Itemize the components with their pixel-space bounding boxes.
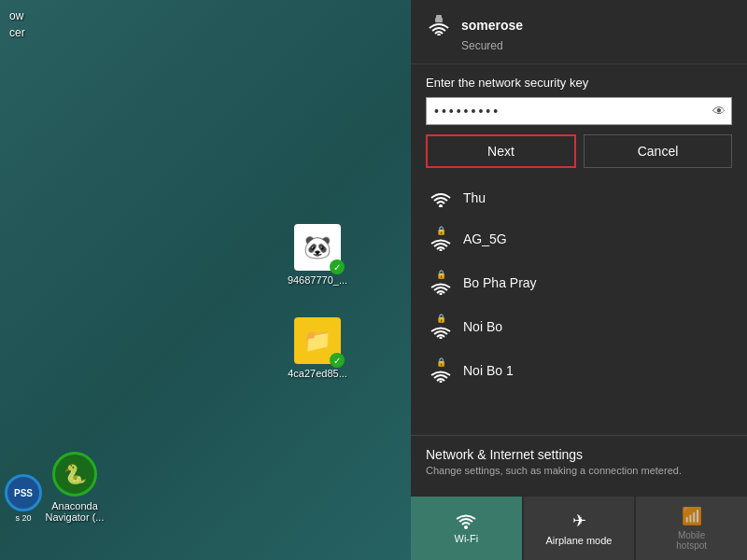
network-noibo-label: Noi Bo — [463, 319, 502, 334]
network-bophapray-label: Bo Pha Pray — [463, 275, 537, 290]
password-input[interactable] — [427, 98, 731, 124]
thu-wifi-icon — [430, 189, 452, 207]
wifi-connected-icon — [426, 15, 452, 35]
next-button[interactable]: Next — [426, 134, 576, 168]
panda-desktop-icon[interactable]: 🐼 ✓ 94687770_... — [280, 224, 355, 286]
svg-rect-1 — [435, 18, 443, 22]
pss-icon[interactable]: PSS s 20 — [0, 474, 47, 523]
settings-subtitle: Change settings, such as making a connec… — [426, 465, 732, 476]
sidebar-text-1: ow — [9, 9, 84, 22]
airplane-mode-button[interactable]: ✈ Airplane mode — [524, 497, 635, 560]
noibo1-wifi-icon-container: 🔒 — [426, 357, 456, 383]
wifi-toggle-button[interactable]: Wi-Fi — [411, 497, 522, 560]
mobile-hotspot-button[interactable]: 📶 Mobile hotspot — [636, 497, 747, 560]
network-thu-label: Thu — [463, 190, 486, 205]
ag5g-wifi-icon-container: 🔒 — [426, 226, 456, 251]
ag5g-wifi-icon — [430, 236, 452, 251]
ag5g-lock-icon: 🔒 — [436, 226, 446, 235]
security-key-label: Enter the network security key — [426, 76, 732, 90]
airplane-icon: ✈ — [572, 511, 586, 531]
wifi-button-label: Wi-Fi — [455, 533, 479, 544]
bophapray-lock-icon: 🔒 — [436, 270, 446, 279]
network-item-ag5g[interactable]: 🔒 AG_5G — [411, 217, 747, 260]
connected-network-name: somerose — [461, 18, 523, 33]
svg-point-6 — [440, 337, 443, 340]
wifi-panel: somerose Secured Enter the network secur… — [411, 0, 747, 560]
pss-icon-img: PSS — [5, 474, 42, 511]
left-sidebar: ow cer — [0, 0, 93, 52]
show-password-icon[interactable]: 👁 — [712, 104, 726, 119]
svg-point-8 — [464, 525, 468, 529]
folder-check-badge: ✓ — [330, 353, 345, 368]
password-row: 👁 — [426, 97, 732, 125]
network-list: Thu 🔒 AG_5G 🔒 — [411, 179, 747, 435]
thu-wifi-icon-container — [426, 189, 456, 207]
bophapray-wifi-icon — [430, 280, 452, 295]
connected-network-header: somerose — [426, 15, 732, 35]
noibo1-wifi-icon — [430, 368, 452, 383]
desktop: ow cer 🐼 ✓ 94687770_... 📁 ✓ 4ca27ed85...… — [0, 0, 747, 560]
folder-icon-label: 4ca27ed85... — [288, 368, 347, 379]
anaconda-label: Anaconda Navigator (... — [46, 500, 105, 523]
connected-network-status: Secured — [461, 39, 732, 52]
noibo-wifi-icon-container: 🔒 — [426, 314, 456, 339]
panda-icon-img: 🐼 ✓ — [294, 224, 341, 271]
noibo-lock-icon: 🔒 — [436, 314, 446, 323]
hotspot-icon: 📶 — [682, 506, 702, 526]
svg-point-4 — [440, 249, 443, 252]
anaconda-icon[interactable]: 🐍 Anaconda Navigator (... — [37, 452, 112, 523]
anaconda-icon-img: 🐍 — [52, 452, 97, 497]
cancel-button[interactable]: Cancel — [584, 134, 732, 168]
network-settings-section: Network & Internet settings Change setti… — [411, 435, 747, 497]
network-item-noibo[interactable]: 🔒 Noi Bo — [411, 304, 747, 348]
security-key-section: Enter the network security key 👁 Next Ca… — [411, 64, 747, 179]
network-ag5g-label: AG_5G — [463, 231, 507, 246]
svg-point-2 — [437, 34, 441, 35]
button-row: Next Cancel — [426, 134, 732, 168]
network-item-bophapray[interactable]: 🔒 Bo Pha Pray — [411, 260, 747, 304]
network-noibo1-label: Noi Bo 1 — [463, 363, 514, 378]
svg-point-3 — [439, 204, 443, 207]
noibo-wifi-icon — [430, 324, 452, 339]
folder-icon-img: 📁 ✓ — [294, 317, 341, 364]
settings-title: Network & Internet settings — [426, 447, 732, 462]
connected-network-section: somerose Secured — [411, 0, 747, 64]
bottom-buttons: Wi-Fi ✈ Airplane mode 📶 Mobile hotspot — [411, 497, 747, 560]
check-badge: ✓ — [330, 259, 345, 274]
panda-icon-label: 94687770_... — [288, 274, 347, 286]
network-item-thu[interactable]: Thu — [411, 179, 747, 217]
folder-desktop-icon[interactable]: 📁 ✓ 4ca27ed85... — [280, 317, 355, 379]
svg-point-5 — [440, 293, 443, 296]
svg-point-7 — [440, 381, 443, 384]
sidebar-text-2: cer — [9, 26, 84, 39]
airplane-button-label: Airplane mode — [546, 535, 613, 546]
network-item-noibo1[interactable]: 🔒 Noi Bo 1 — [411, 348, 747, 392]
wifi-bottom-icon — [456, 512, 476, 529]
pss-icon-label: s 20 — [15, 513, 31, 523]
bophapray-wifi-icon-container: 🔒 — [426, 270, 456, 295]
hotspot-button-label: Mobile hotspot — [676, 530, 707, 551]
noibo1-lock-icon: 🔒 — [436, 357, 446, 367]
